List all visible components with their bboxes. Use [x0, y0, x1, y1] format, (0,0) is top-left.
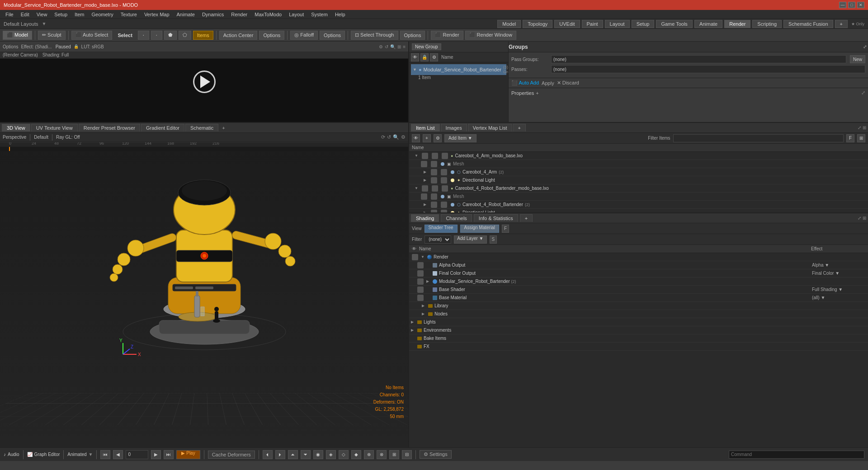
render-button[interactable]: ⬛ Render	[431, 31, 463, 40]
pass-groups-input[interactable]	[551, 55, 846, 63]
tab-setup[interactable]: Setup	[632, 20, 655, 28]
options-3-button[interactable]: Options	[400, 31, 425, 40]
sculpt-button[interactable]: ✏ Sculpt	[38, 31, 66, 40]
select-icon-4[interactable]: ⬠	[179, 31, 191, 40]
tab-animate[interactable]: Animate	[694, 20, 722, 28]
tab-uvedit[interactable]: UVEdit	[554, 20, 580, 28]
item-eye-f1[interactable]	[422, 185, 428, 192]
tab-topology[interactable]: Topology	[523, 20, 552, 28]
shader-eye-group[interactable]	[417, 278, 424, 285]
groups-icon-3[interactable]: ⚙	[430, 53, 438, 61]
shader-list-item[interactable]: ▼ Render	[409, 253, 868, 261]
tab-add-panel[interactable]: +	[513, 124, 525, 132]
tab-game-tools[interactable]: Game Tools	[656, 20, 693, 28]
command-input[interactable]	[731, 452, 862, 457]
new-group-button[interactable]: New Group	[412, 43, 441, 50]
item-eye-m4[interactable]	[431, 193, 437, 200]
tab-scripting[interactable]: Scripting	[752, 20, 782, 28]
shading-expand-icon[interactable]: ⤢	[858, 216, 861, 221]
item-eye-1[interactable]	[422, 153, 428, 159]
reset-icon[interactable]: ↺	[387, 134, 391, 140]
shader-eye-base-mat[interactable]	[417, 295, 424, 301]
menu-animate[interactable]: Animate	[173, 11, 198, 18]
list-item[interactable]: ▶ ✦ Directional Light	[409, 176, 868, 184]
item-eye-2[interactable]	[432, 153, 438, 159]
shader-eye-render[interactable]	[412, 254, 418, 260]
passes-input[interactable]	[551, 65, 865, 73]
shader-eye-base-shader[interactable]	[417, 287, 424, 293]
fit-icon[interactable]: ⊞	[397, 44, 401, 49]
mode-model-button[interactable]: ⬛ Model	[3, 31, 32, 40]
options-label[interactable]: Options	[3, 44, 18, 49]
transport-icon-12[interactable]: ⊟	[402, 450, 412, 459]
shader-list-item[interactable]: ▶ Modular_Service_Robot_Bartender (2)	[409, 277, 868, 286]
menu-help[interactable]: Help	[331, 11, 349, 18]
menu-texture[interactable]: Texture	[117, 11, 141, 18]
go-end-button[interactable]: ⏭	[164, 450, 174, 459]
settings-button[interactable]: ⚙ Settings	[420, 450, 452, 459]
auto-add-button[interactable]: ⬛ Auto Add	[511, 80, 539, 86]
options-2-button[interactable]: Options	[320, 31, 345, 40]
item-eye-m3[interactable]	[421, 193, 427, 200]
transport-icon-8[interactable]: ◆	[351, 450, 361, 459]
item-list-more-icon[interactable]: ⊞	[863, 125, 866, 130]
apply-button[interactable]: Apply	[542, 80, 554, 86]
list-item[interactable]: ▼ ● Careobot_4_Arm_modo_base.lxo	[409, 152, 868, 160]
tab-images[interactable]: Images	[441, 124, 467, 132]
item-eye-l3[interactable]	[431, 210, 437, 213]
transport-icon-2[interactable]: ⏵	[275, 450, 285, 459]
shader-list-item[interactable]: ▶ Environments	[409, 326, 868, 334]
shader-eye-final[interactable]	[417, 270, 424, 277]
shader-filter-select[interactable]: (none)	[425, 235, 451, 244]
menu-vertex-map[interactable]: Vertex Map	[141, 11, 173, 18]
tab-shading[interactable]: Shading	[411, 214, 439, 222]
new-pass-button[interactable]: New	[850, 55, 865, 63]
more-icon[interactable]: ≡	[403, 44, 406, 49]
transport-icon-6[interactable]: ◈	[326, 450, 336, 459]
tab-add[interactable]: +	[835, 20, 848, 28]
audio-label[interactable]: ♪ Audio	[4, 452, 19, 457]
item-list-eye-icon[interactable]: 👁	[412, 134, 420, 142]
transport-icon-11[interactable]: ⊞	[389, 450, 399, 459]
perspective-label[interactable]: Perspective	[3, 135, 26, 140]
tab-3d-view[interactable]: 3D View	[2, 124, 30, 132]
menu-view[interactable]: View	[33, 11, 51, 18]
menu-layout[interactable]: Layout	[285, 11, 307, 18]
default-label[interactable]: Default	[34, 135, 48, 140]
render-window-button[interactable]: ⬛ Render Window	[465, 31, 516, 40]
falloff-button[interactable]: ◎ Falloff	[290, 31, 318, 40]
shader-tree-button[interactable]: Shader Tree	[425, 225, 458, 233]
graph-editor-label[interactable]: 📈 Graph Editor	[27, 452, 60, 457]
tab-uv-texture-view[interactable]: UV Texture View	[31, 124, 78, 132]
vp-search-icon[interactable]: 🔍	[393, 134, 399, 140]
item-eye-m2[interactable]	[431, 161, 437, 167]
go-start-button[interactable]: ⏮	[100, 450, 110, 459]
tab-model[interactable]: Model	[497, 20, 521, 28]
robot-scene[interactable]: X Y Z No Items Channels: 0 Deformers: ON…	[0, 142, 408, 447]
transport-icon-9[interactable]: ⊕	[364, 450, 374, 459]
item-eye-f2[interactable]	[432, 185, 438, 192]
timeline-ruler[interactable]: 0 24 48 72 96 120 144 168 192 216 0 225	[0, 142, 408, 151]
shader-list-item[interactable]: ▶ Nodes	[409, 310, 868, 318]
auto-select-button[interactable]: ⬛ Auto Select	[71, 31, 113, 40]
shader-eye-alpha[interactable]	[417, 262, 424, 268]
item-eye-f3[interactable]	[442, 185, 448, 192]
refresh-icon[interactable]: ↺	[385, 44, 388, 49]
item-eye-l2[interactable]	[441, 177, 447, 183]
tab-item-list[interactable]: Item List	[411, 124, 440, 132]
tab-info-statistics[interactable]: Info & Statistics	[474, 214, 518, 222]
tab-render[interactable]: Render	[724, 20, 750, 28]
next-frame-button[interactable]: ▶	[151, 450, 161, 459]
tab-add-shading[interactable]: +	[520, 214, 533, 222]
item-eye-g4[interactable]	[441, 202, 447, 208]
vp-settings-icon[interactable]: ⚙	[401, 134, 406, 140]
list-item[interactable]: ▶ ✦ Directional Light	[409, 209, 868, 212]
shader-list-item[interactable]: Alpha Output Alpha ▼	[409, 261, 868, 269]
add-layer-button[interactable]: Add Layer ▼	[454, 235, 486, 244]
play-preview-button[interactable]	[193, 70, 216, 93]
shading-more-icon[interactable]: ⊞	[863, 216, 866, 221]
shader-list-item[interactable]: Base Material (all) ▼	[409, 294, 868, 302]
tab-schematic[interactable]: Schematic	[185, 124, 218, 132]
options-1-button[interactable]: Options	[259, 31, 284, 40]
tab-gradient-editor[interactable]: Gradient Editor	[141, 124, 184, 132]
